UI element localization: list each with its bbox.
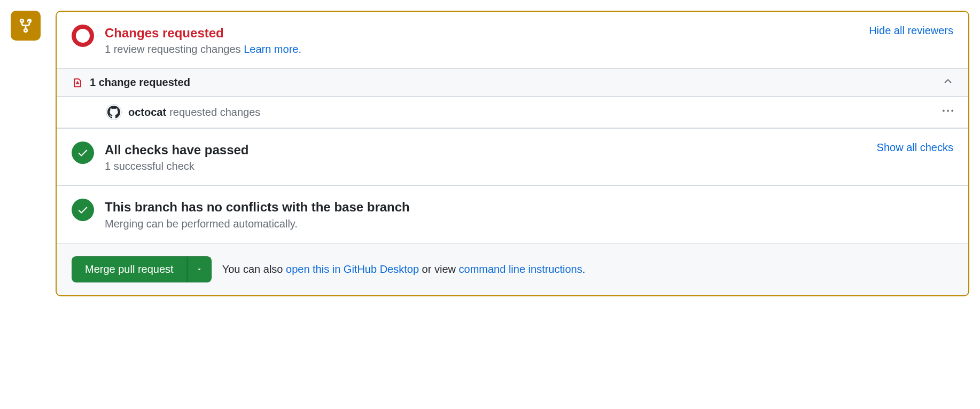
footer-suffix: .	[582, 263, 586, 275]
checks-section: All checks have passed 1 successful chec…	[57, 129, 968, 185]
footer-prefix: You can also	[222, 263, 286, 275]
checks-title: All checks have passed	[105, 141, 953, 158]
check-success-icon	[72, 141, 94, 164]
merge-pull-request-button[interactable]: Merge pull request	[72, 256, 187, 282]
footer-text: You can also open this in GitHub Desktop…	[222, 263, 586, 276]
checks-subtitle: 1 successful check	[105, 160, 953, 172]
open-desktop-link[interactable]: open this in GitHub Desktop	[286, 263, 419, 275]
reviewer-row: octocat requested changes	[57, 97, 968, 129]
reviewer-avatar[interactable]	[106, 104, 122, 120]
show-checks-link[interactable]: Show all checks	[877, 141, 953, 154]
caret-down-icon	[196, 266, 203, 272]
no-conflicts-icon	[72, 199, 94, 221]
learn-more-link[interactable]: Learn more.	[244, 43, 301, 55]
change-requested-label: 1 change requested	[90, 76, 190, 89]
hide-reviewers-link[interactable]: Hide all reviewers	[869, 25, 953, 37]
change-requested-header[interactable]: 1 change requested	[57, 68, 968, 97]
review-subtitle-text: 1 review requesting changes	[105, 43, 244, 55]
review-status-title: Changes requested	[105, 25, 953, 41]
footer-mid: or view	[419, 263, 458, 275]
kebab-menu-icon[interactable]	[943, 106, 953, 119]
merge-footer: Merge pull request You can also open thi…	[57, 243, 968, 295]
reviewer-name[interactable]: octocat	[128, 106, 166, 119]
conflicts-section: This branch has no conflicts with the ba…	[57, 185, 968, 242]
merge-button-group: Merge pull request	[72, 256, 212, 282]
chevron-up-icon[interactable]	[943, 76, 953, 89]
review-status-section: Changes requested 1 review requesting ch…	[57, 12, 968, 68]
conflicts-subtitle: Merging can be performed automatically.	[105, 218, 953, 230]
changes-requested-icon	[72, 25, 94, 47]
git-merge-badge	[11, 11, 41, 41]
file-diff-icon	[72, 77, 83, 89]
merge-status-box: Changes requested 1 review requesting ch…	[56, 11, 969, 296]
reviewer-action: requested changes	[169, 106, 260, 119]
merge-dropdown-button[interactable]	[187, 256, 212, 282]
review-status-subtitle: 1 review requesting changes Learn more.	[105, 43, 953, 56]
conflicts-title: This branch has no conflicts with the ba…	[105, 199, 953, 215]
cli-instructions-link[interactable]: command line instructions	[459, 263, 582, 275]
